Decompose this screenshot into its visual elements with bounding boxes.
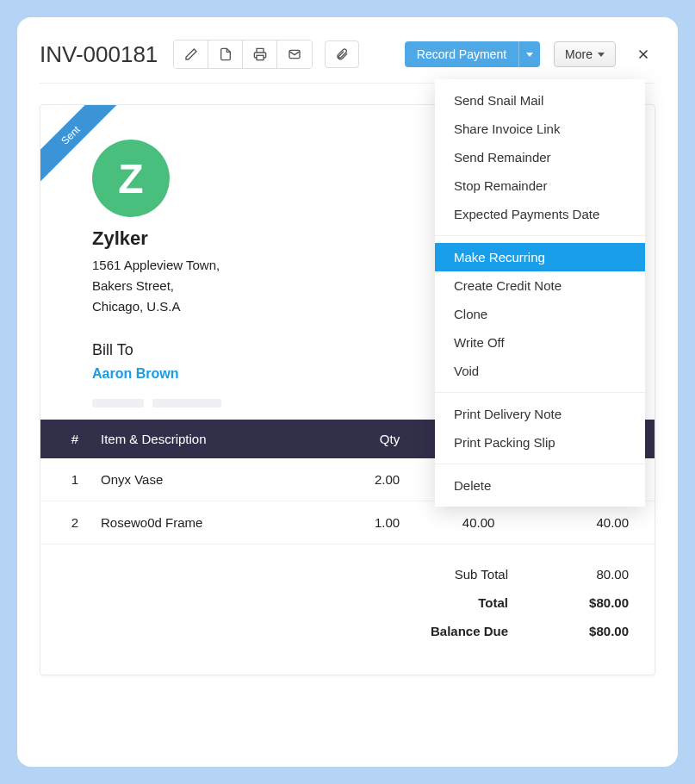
paperclip-icon [335, 47, 349, 61]
cell-qty: 1.00 [327, 501, 408, 544]
menu-delete[interactable]: Delete [435, 471, 645, 500]
cell-num: 2 [40, 501, 92, 544]
menu-print-delivery-note[interactable]: Print Delivery Note [435, 400, 645, 428]
header-bar: INV-000181 Record Payment More [40, 40, 655, 84]
caret-down-icon [526, 53, 533, 57]
menu-expected-payments-date[interactable]: Expected Payments Date [435, 200, 645, 228]
invoice-detail-window: INV-000181 Record Payment More [17, 17, 678, 767]
col-item: Item & Description [92, 420, 327, 458]
toolbar-group [173, 40, 313, 69]
table-row: 2 Rosewo0d Frame 1.00 40.00 40.00 [40, 501, 655, 544]
menu-void[interactable]: Void [435, 357, 645, 385]
cell-item: Onyx Vase [92, 458, 327, 501]
caret-down-icon [598, 53, 605, 57]
menu-send-snail-mail[interactable]: Send Snail Mail [435, 86, 645, 115]
balance-row: Balance Due $80.00 [40, 617, 629, 645]
menu-make-recurring[interactable]: Make Recurring [435, 243, 645, 271]
placeholder-bar [92, 399, 144, 408]
menu-send-remainder[interactable]: Send Remainder [435, 143, 645, 171]
menu-divider [435, 235, 645, 236]
total-value: $80.00 [551, 595, 629, 610]
status-ribbon: Sent [40, 105, 127, 191]
mail-icon [288, 47, 301, 61]
placeholder-bar [152, 399, 221, 408]
menu-stop-remainder[interactable]: Stop Remainder [435, 171, 645, 200]
printer-icon [253, 47, 267, 61]
cell-rate: 40.00 [408, 501, 503, 544]
col-num: # [40, 420, 92, 458]
edit-button[interactable] [174, 40, 208, 68]
total-row: Total $80.00 [40, 588, 629, 617]
col-qty: Qty [327, 420, 408, 458]
record-payment-dropdown[interactable] [518, 41, 540, 67]
pencil-icon [184, 47, 198, 61]
menu-divider [435, 392, 645, 393]
subtotal-label: Sub Total [405, 567, 508, 582]
menu-print-packing-slip[interactable]: Print Packing Slip [435, 428, 645, 457]
balance-label: Balance Due [405, 624, 508, 638]
print-button[interactable] [243, 40, 277, 68]
cell-qty: 2.00 [327, 458, 408, 501]
totals-block: Sub Total 80.00 Total $80.00 Balance Due… [40, 544, 655, 645]
subtotal-value: 80.00 [551, 567, 629, 582]
email-button[interactable] [277, 40, 312, 68]
cell-amount: 40.00 [503, 501, 655, 544]
cell-num: 1 [40, 458, 92, 501]
close-icon [636, 47, 651, 62]
subtotal-row: Sub Total 80.00 [40, 560, 629, 588]
svg-rect-0 [257, 55, 264, 59]
pdf-button[interactable] [208, 40, 243, 68]
close-button[interactable] [631, 42, 655, 66]
record-payment-split-button: Record Payment [405, 41, 540, 67]
cell-item: Rosewo0d Frame [92, 501, 327, 544]
more-button-label: More [565, 47, 593, 61]
status-ribbon-label: Sent [40, 105, 121, 186]
menu-share-invoice-link[interactable]: Share Invoice Link [435, 115, 645, 143]
record-payment-button[interactable]: Record Payment [405, 41, 518, 67]
more-dropdown-menu: Send Snail Mail Share Invoice Link Send … [435, 79, 645, 507]
menu-divider [435, 464, 645, 464]
menu-write-off[interactable]: Write Off [435, 328, 645, 357]
pdf-icon [219, 47, 233, 61]
menu-create-credit-note[interactable]: Create Credit Note [435, 271, 645, 300]
menu-clone[interactable]: Clone [435, 300, 645, 328]
more-button[interactable]: More [554, 41, 616, 67]
attachment-button[interactable] [325, 40, 359, 68]
page-title: INV-000181 [40, 41, 158, 68]
total-label: Total [405, 595, 508, 610]
balance-value: $80.00 [551, 624, 629, 638]
